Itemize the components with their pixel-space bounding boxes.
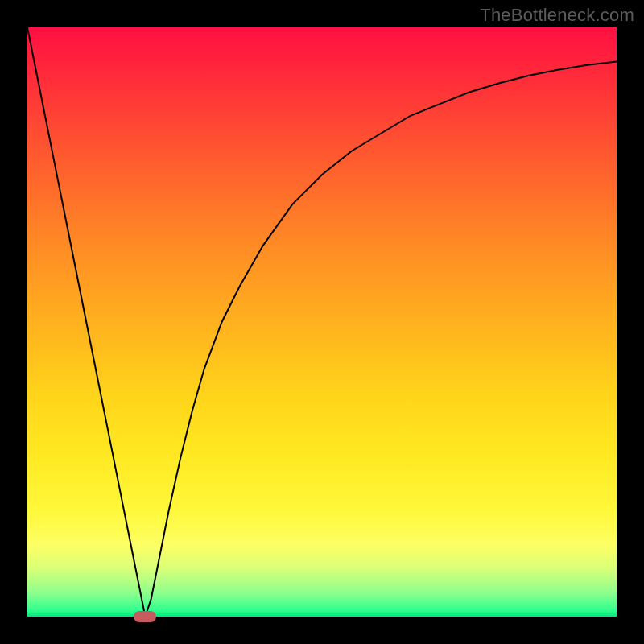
plot-area — [27, 27, 617, 617]
optimum-marker — [134, 611, 156, 622]
watermark-text: TheBottleneck.com — [480, 5, 634, 26]
chart-frame: TheBottleneck.com — [0, 0, 644, 644]
bottleneck-curve — [27, 27, 617, 617]
